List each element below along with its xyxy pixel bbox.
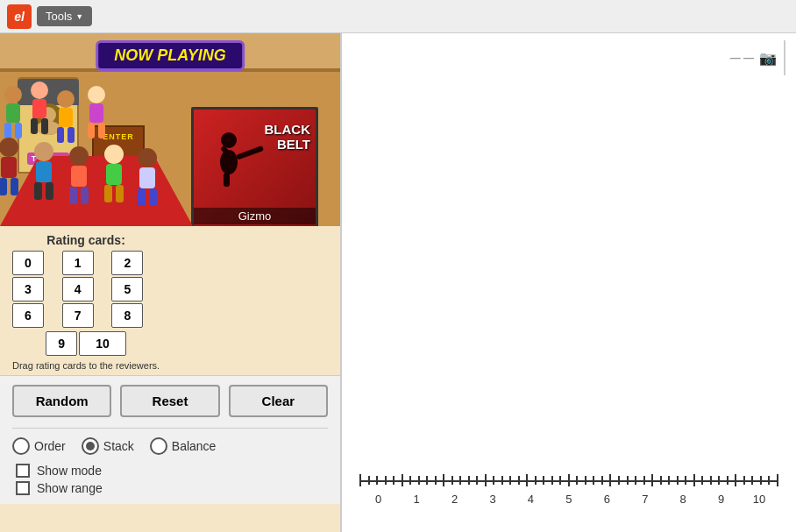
nl-label-2: 2	[446, 493, 464, 506]
checkbox-show-range[interactable]: Show range	[16, 481, 328, 495]
svg-point-29	[69, 146, 89, 166]
rating-section: Rating cards: 0 1 2 3 4 5 6 7 8 9 1	[0, 226, 340, 375]
rating-grid: 0 1 2 3 4 5 6 7 8	[12, 251, 160, 328]
number-line-track	[359, 472, 778, 489]
logo-text: el	[14, 10, 25, 24]
right-panel: — — 📷	[342, 33, 796, 532]
left-panel: NOW PLAYING TICKETS ENTER	[0, 33, 342, 532]
svg-rect-38	[139, 167, 155, 188]
reset-button[interactable]: Reset	[120, 385, 219, 417]
svg-rect-18	[89, 103, 103, 123]
svg-point-33	[104, 145, 124, 164]
radio-circle-balance	[150, 437, 167, 455]
svg-point-21	[0, 138, 18, 157]
svg-rect-30	[71, 166, 87, 187]
nl-label-6: 6	[598, 493, 615, 506]
svg-rect-39	[138, 188, 146, 206]
crowd-svg	[0, 51, 193, 226]
rating-label: Rating cards:	[12, 233, 160, 247]
clear-button[interactable]: Clear	[229, 385, 328, 417]
svg-rect-34	[106, 164, 122, 185]
svg-point-37	[138, 148, 157, 167]
logo: el	[7, 4, 32, 29]
tick-marks	[359, 480, 778, 493]
radio-balance[interactable]: Balance	[150, 437, 217, 455]
vertical-divider	[784, 40, 785, 75]
nl-label-9: 9	[713, 493, 730, 506]
svg-rect-12	[41, 118, 48, 134]
nl-label-10: 10	[750, 493, 768, 506]
svg-rect-27	[34, 182, 42, 200]
svg-rect-20	[98, 123, 105, 138]
rating-card-0[interactable]: 0	[12, 251, 44, 275]
svg-rect-23	[0, 178, 7, 195]
rating-card-6[interactable]: 6	[12, 303, 44, 328]
svg-rect-35	[104, 185, 112, 202]
divider	[12, 428, 328, 429]
svg-rect-15	[57, 127, 64, 143]
theater-area: NOW PLAYING TICKETS ENTER	[0, 33, 340, 226]
rating-card-4[interactable]: 4	[62, 277, 94, 301]
svg-point-1	[221, 132, 237, 148]
svg-rect-28	[46, 182, 53, 200]
rating-card-5[interactable]: 5	[111, 277, 143, 301]
svg-rect-11	[31, 118, 38, 134]
movie-poster: BLACK BELT Gizmo	[191, 107, 318, 226]
main-content: NOW PLAYING TICKETS ENTER	[0, 33, 796, 532]
now-playing-sign: NOW PLAYING	[96, 40, 245, 71]
radio-label-stack: Stack	[103, 439, 134, 453]
rating-card-1[interactable]: 1	[62, 251, 94, 275]
svg-point-9	[31, 82, 48, 99]
rating-card-7[interactable]: 7	[62, 303, 94, 328]
radio-stack[interactable]: Stack	[82, 437, 134, 455]
nl-label-7: 7	[636, 493, 654, 506]
svg-point-13	[57, 90, 75, 108]
crowd	[0, 51, 193, 226]
minimize-icon[interactable]: — —	[730, 52, 754, 64]
svg-rect-6	[6, 103, 20, 123]
svg-point-5	[4, 86, 22, 103]
svg-rect-3	[224, 173, 230, 187]
svg-rect-19	[88, 123, 95, 138]
nl-label-4: 4	[522, 493, 539, 506]
svg-rect-32	[81, 187, 89, 204]
camera-icon[interactable]: 📷	[759, 50, 777, 67]
nl-label-0: 0	[370, 493, 387, 506]
checkbox-label-mode: Show mode	[37, 464, 102, 478]
svg-rect-26	[36, 161, 52, 182]
svg-rect-31	[69, 187, 77, 204]
checkbox-box-mode	[16, 464, 30, 478]
svg-rect-22	[1, 157, 17, 178]
nl-label-3: 3	[484, 493, 501, 506]
svg-rect-10	[32, 99, 46, 118]
checkbox-row: Show mode Show range	[16, 464, 328, 495]
random-button[interactable]: Random	[12, 385, 111, 417]
drag-hint: Drag rating cards to the reviewers.	[12, 359, 160, 372]
number-line-labels: 0 1 2 3 4 5 6 7 8 9 10	[359, 493, 778, 506]
tools-button[interactable]: Tools	[37, 6, 92, 26]
radio-circle-stack	[82, 437, 99, 455]
controls-area: Random Reset Clear Order Stack Balance	[0, 375, 340, 504]
rating-card-9[interactable]: 9	[46, 331, 77, 356]
svg-rect-7	[4, 123, 11, 138]
svg-point-25	[34, 142, 53, 161]
svg-rect-40	[149, 188, 157, 206]
button-row: Random Reset Clear	[12, 385, 328, 417]
rating-card-8[interactable]: 8	[111, 303, 143, 328]
rating-card-2[interactable]: 2	[111, 251, 143, 275]
radio-circle-order	[12, 437, 30, 455]
toolbar: el Tools	[0, 0, 796, 33]
radio-label-balance: Balance	[172, 439, 217, 453]
svg-rect-8	[15, 123, 22, 138]
svg-rect-14	[59, 108, 73, 127]
svg-rect-16	[68, 127, 75, 143]
movie-gizmo: Gizmo	[194, 208, 316, 224]
rating-card-10[interactable]: 10	[79, 331, 126, 356]
rating-card-3[interactable]: 3	[12, 277, 44, 301]
movie-title: BLACK BELT	[250, 123, 310, 152]
svg-point-17	[88, 86, 105, 103]
rating-cards-container: Rating cards: 0 1 2 3 4 5 6 7 8 9 1	[12, 233, 160, 372]
checkbox-label-range: Show range	[37, 481, 103, 495]
checkbox-show-mode[interactable]: Show mode	[16, 464, 328, 478]
radio-order[interactable]: Order	[12, 437, 66, 455]
